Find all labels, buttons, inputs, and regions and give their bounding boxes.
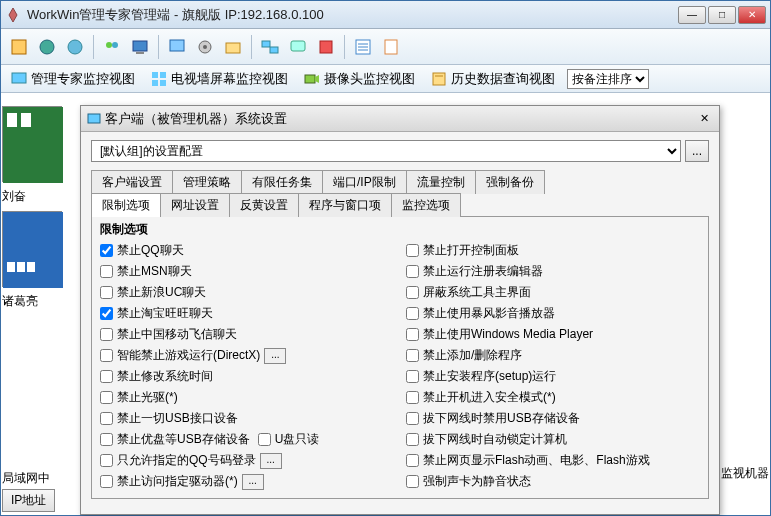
- toolbar-folder-icon[interactable]: [221, 35, 245, 59]
- toolbar-globe-icon[interactable]: [35, 35, 59, 59]
- dots-button[interactable]: ...: [260, 453, 282, 469]
- tab-监控选项[interactable]: 监控选项: [391, 193, 461, 217]
- tab-强制备份[interactable]: 强制备份: [475, 170, 545, 194]
- minimize-button[interactable]: —: [678, 6, 706, 24]
- check-禁止使用Windows Media Player[interactable]: 禁止使用Windows Media Player: [406, 326, 700, 343]
- thumb-item[interactable]: 刘奋: [2, 106, 82, 205]
- check-智能禁止游戏运行(DirectX)[interactable]: 智能禁止游戏运行(DirectX)...: [100, 347, 394, 364]
- check-禁止QQ聊天[interactable]: 禁止QQ聊天: [100, 242, 394, 259]
- toolbar-screens-icon[interactable]: [258, 35, 282, 59]
- checkbox[interactable]: [406, 307, 419, 320]
- check-禁止新浪UC聊天[interactable]: 禁止新浪UC聊天: [100, 284, 394, 301]
- checkbox[interactable]: [406, 433, 419, 446]
- check-禁止一切USB接口设备[interactable]: 禁止一切USB接口设备: [100, 410, 394, 427]
- checkbox[interactable]: [406, 349, 419, 362]
- checkbox[interactable]: [406, 286, 419, 299]
- check-禁止开机进入安全模式(*)[interactable]: 禁止开机进入安全模式(*): [406, 389, 700, 406]
- checkbox[interactable]: [100, 433, 113, 446]
- tab-客户端设置[interactable]: 客户端设置: [91, 170, 173, 194]
- tab-程序与窗口项[interactable]: 程序与窗口项: [298, 193, 392, 217]
- checkbox[interactable]: [100, 307, 113, 320]
- checkbox[interactable]: [100, 349, 113, 362]
- checkbox[interactable]: [406, 328, 419, 341]
- check-禁止优盘等USB存储设备[interactable]: 禁止优盘等USB存储设备U盘只读: [100, 431, 394, 448]
- check-禁止运行注册表编辑器[interactable]: 禁止运行注册表编辑器: [406, 263, 700, 280]
- view-monitor-button[interactable]: 管理专家监控视图: [7, 68, 139, 90]
- check-禁止光驱(*)[interactable]: 禁止光驱(*): [100, 389, 394, 406]
- config-browse-button[interactable]: ...: [685, 140, 709, 162]
- check-强制声卡为静音状态[interactable]: 强制声卡为静音状态: [406, 473, 700, 490]
- checkbox[interactable]: [406, 370, 419, 383]
- checkbox[interactable]: [100, 370, 113, 383]
- toolbar-users-icon[interactable]: [100, 35, 124, 59]
- check-只允许指定的QQ号码登录[interactable]: 只允许指定的QQ号码登录...: [100, 452, 394, 469]
- toolbar-icon-3[interactable]: [63, 35, 87, 59]
- thumb-item[interactable]: 诸葛亮: [2, 211, 82, 310]
- close-button[interactable]: ✕: [738, 6, 766, 24]
- dialog-close-button[interactable]: ✕: [695, 111, 713, 127]
- checkbox[interactable]: [100, 454, 113, 467]
- ip-address-button[interactable]: IP地址: [2, 489, 55, 512]
- checkbox[interactable]: [100, 475, 113, 488]
- history-icon: [431, 71, 447, 87]
- svg-rect-35: [17, 262, 25, 272]
- maximize-button[interactable]: □: [708, 6, 736, 24]
- checkbox[interactable]: [100, 244, 113, 257]
- tab-有限任务集[interactable]: 有限任务集: [241, 170, 323, 194]
- check-label: 智能禁止游戏运行(DirectX): [117, 347, 260, 364]
- checkbox[interactable]: [406, 244, 419, 257]
- toolbar-doc-icon[interactable]: [379, 35, 403, 59]
- tab-管理策略[interactable]: 管理策略: [172, 170, 242, 194]
- check-禁止使用暴风影音播放器[interactable]: 禁止使用暴风影音播放器: [406, 305, 700, 322]
- dots-button[interactable]: ...: [264, 348, 286, 364]
- checkbox[interactable]: [406, 475, 419, 488]
- toolbar-gear-icon[interactable]: [193, 35, 217, 59]
- checkbox[interactable]: [100, 328, 113, 341]
- check-label: 禁止开机进入安全模式(*): [423, 389, 556, 406]
- check-屏蔽系统工具主界面[interactable]: 屏蔽系统工具主界面: [406, 284, 700, 301]
- check-禁止MSN聊天[interactable]: 禁止MSN聊天: [100, 263, 394, 280]
- check-禁止中国移动飞信聊天[interactable]: 禁止中国移动飞信聊天: [100, 326, 394, 343]
- checkbox[interactable]: [258, 433, 271, 446]
- toolbar-icon-1[interactable]: [7, 35, 31, 59]
- tab-流量控制[interactable]: 流量控制: [406, 170, 476, 194]
- check-禁止访问指定驱动器(*)[interactable]: 禁止访问指定驱动器(*)...: [100, 473, 394, 490]
- check-禁止打开控制面板[interactable]: 禁止打开控制面板: [406, 242, 700, 259]
- svg-point-5: [112, 42, 118, 48]
- view-history-button[interactable]: 历史数据查询视图: [427, 68, 559, 90]
- check-禁止淘宝旺旺聊天[interactable]: 禁止淘宝旺旺聊天: [100, 305, 394, 322]
- checkbox[interactable]: [406, 454, 419, 467]
- svg-rect-32: [21, 113, 31, 127]
- checkbox[interactable]: [406, 391, 419, 404]
- tab-网址设置[interactable]: 网址设置: [160, 193, 230, 217]
- tab-端口/IP限制[interactable]: 端口/IP限制: [322, 170, 407, 194]
- toolbar-red-icon[interactable]: [314, 35, 338, 59]
- check-label: 禁止使用暴风影音播放器: [423, 305, 555, 322]
- check-禁止修改系统时间[interactable]: 禁止修改系统时间: [100, 368, 394, 385]
- check-拔下网线时自动锁定计算机[interactable]: 拔下网线时自动锁定计算机: [406, 431, 700, 448]
- checkbox[interactable]: [100, 265, 113, 278]
- toolbar-list-icon[interactable]: [351, 35, 375, 59]
- config-select[interactable]: [默认组]的设置配置: [91, 140, 681, 162]
- checkbox[interactable]: [406, 265, 419, 278]
- check-拔下网线时禁用USB存储设备[interactable]: 拔下网线时禁用USB存储设备: [406, 410, 700, 427]
- check-label: 禁止一切USB接口设备: [117, 410, 238, 427]
- sort-select[interactable]: 按备注排序: [567, 69, 649, 89]
- check-禁止网页显示Flash动画、电影、Flash游戏[interactable]: 禁止网页显示Flash动画、电影、Flash游戏: [406, 452, 700, 469]
- view-tvwall-button[interactable]: 电视墙屏幕监控视图: [147, 68, 292, 90]
- view-camera-button[interactable]: 摄像头监控视图: [300, 68, 419, 90]
- dots-button[interactable]: ...: [242, 474, 264, 490]
- toolbar-monitor-icon[interactable]: [165, 35, 189, 59]
- check-label: 拔下网线时禁用USB存储设备: [423, 410, 580, 427]
- checkbox[interactable]: [100, 412, 113, 425]
- toolbar-pc-icon[interactable]: [128, 35, 152, 59]
- thumb-preview: [2, 106, 62, 182]
- tab-限制选项[interactable]: 限制选项: [91, 193, 161, 217]
- tab-反黄设置[interactable]: 反黄设置: [229, 193, 299, 217]
- check-禁止添加/删除程序[interactable]: 禁止添加/删除程序: [406, 347, 700, 364]
- checkbox[interactable]: [100, 391, 113, 404]
- checkbox[interactable]: [100, 286, 113, 299]
- checkbox[interactable]: [406, 412, 419, 425]
- check-禁止安装程序(setup)运行[interactable]: 禁止安装程序(setup)运行: [406, 368, 700, 385]
- toolbar-chat-icon[interactable]: [286, 35, 310, 59]
